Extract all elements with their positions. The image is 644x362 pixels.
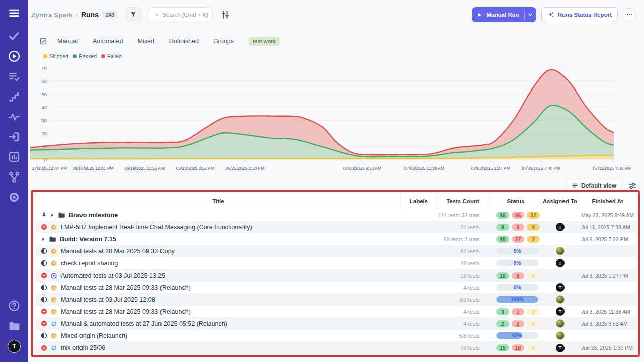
row-title[interactable]: mix origin 25/06 [61, 344, 105, 351]
runs-icon[interactable] [8, 50, 20, 62]
row-title[interactable]: Manual tests at 03 Jul 2025 12:08 [61, 296, 155, 303]
copy-check-icon[interactable] [39, 37, 47, 45]
legend-dot [43, 54, 47, 58]
failed-status-icon [41, 345, 47, 351]
legend-item-failed: Failed [101, 53, 122, 59]
progress-bar: 100% [496, 296, 538, 303]
assignee-avatar[interactable]: T [556, 283, 565, 292]
tests-count: 4 tests [437, 282, 490, 293]
assignee-avatar[interactable] [556, 295, 565, 304]
milestones-icon[interactable] [8, 90, 20, 103]
finished-at [578, 294, 637, 305]
legend-label: Skipped [49, 53, 68, 59]
column-header-tests-count[interactable]: Tests Count [437, 193, 490, 209]
filter-button[interactable] [126, 7, 141, 22]
row-title[interactable]: Manual tests at 28 Mar 2025 09:33 (Relau… [61, 284, 191, 291]
assignee-avatar[interactable]: T [556, 344, 565, 352]
imports-icon[interactable] [8, 131, 20, 143]
tab-groups[interactable]: Groups [213, 38, 234, 45]
run-row[interactable]: check report sharing29 tests0%T [36, 257, 637, 269]
runs-count-badge: 243 [102, 11, 118, 19]
labels-cell [401, 233, 437, 245]
adjustments-button[interactable] [220, 10, 230, 20]
menu-icon[interactable] [8, 7, 20, 19]
manual-run-button[interactable]: Manual Run [472, 7, 536, 22]
default-view-button[interactable]: Default view [566, 179, 622, 192]
run-row[interactable]: Manual tests at 28 Mar 2025 09:33 Copy61… [36, 245, 637, 257]
progress-percent: 100% [496, 296, 538, 303]
row-title[interactable]: check report sharing [61, 260, 118, 267]
row-title[interactable]: Mixed origin (Relaunch) [61, 332, 127, 339]
test-work-tag[interactable]: test work [249, 37, 280, 46]
column-header-finished-at[interactable]: Finished At [578, 193, 637, 209]
legend-item-passed: Passed [73, 53, 97, 59]
reports-icon[interactable] [8, 151, 20, 163]
run-row[interactable]: Manual tests at 03 Jul 2025 12:083/3 tes… [36, 294, 637, 306]
assignee-avatar[interactable]: T [556, 223, 565, 231]
run-row[interactable]: LMP-587 Implement Real-Time Chat Messagi… [36, 221, 637, 233]
labels-cell [401, 306, 437, 317]
assignee-avatar[interactable] [556, 331, 565, 340]
sparkles-icon [547, 11, 554, 18]
activity-icon[interactable] [8, 111, 20, 123]
manual-origin-icon [50, 296, 57, 303]
documents-icon[interactable] [8, 320, 20, 332]
settings-icon[interactable] [8, 191, 20, 203]
run-row[interactable]: Manual & automated tests at 27 Jun 2025 … [36, 318, 637, 330]
row-title[interactable]: Manual tests at 28 Mar 2025 09:33 Copy [61, 248, 175, 255]
tab-automated[interactable]: Automated [93, 38, 123, 45]
run-row[interactable]: Manual tests at 28 Mar 2025 09:33 (Relau… [36, 282, 637, 294]
user-avatar[interactable]: T [8, 340, 21, 353]
row-title[interactable]: Bravo milestone [69, 212, 118, 219]
checks-icon[interactable] [8, 30, 20, 42]
runs-status-report-button[interactable]: Runs Status Report [541, 7, 618, 22]
assignee-avatar[interactable]: T [556, 307, 565, 316]
table-settings-button[interactable] [628, 181, 637, 190]
assignee-avatar[interactable] [556, 319, 565, 328]
run-row[interactable]: Automated tests at 03 Jul 2025 13:2518 t… [36, 269, 637, 282]
assignee-avatar[interactable] [556, 247, 565, 255]
view-list-icon [572, 182, 578, 189]
y-axis-label: 30 [32, 118, 47, 123]
run-row[interactable]: Mixed origin (Relaunch)5/8 tests62% [36, 330, 637, 342]
progress-percent: 0% [496, 284, 538, 291]
test-cases-icon[interactable] [8, 70, 20, 82]
search-input[interactable]: Search [Cmd + K] [148, 7, 212, 22]
column-header-labels[interactable]: Labels [401, 193, 437, 209]
run-row[interactable]: mix origin 25/0633 tests15180TJun 25, 20… [36, 342, 637, 354]
legend-item-skipped: Skipped [43, 53, 68, 59]
mixed-origin-icon [50, 344, 57, 351]
help-icon[interactable] [8, 300, 20, 312]
row-title[interactable]: Manual tests at 28 Mar 2025 09:33 (Relau… [61, 308, 191, 315]
runs-table: TitleLabelsTests CountStatusAssigned ToF… [36, 193, 637, 355]
group-row[interactable]: Build: Version 7.1569 tests 3 runs40272J… [36, 233, 637, 245]
column-header-title[interactable]: Title [36, 193, 401, 209]
run-row[interactable]: Manual tests at 28 Mar 2025 09:33 (Relau… [36, 306, 637, 318]
tab-manual[interactable]: Manual [57, 38, 78, 45]
group-row[interactable]: Bravo milestone124 tests 32 runs464632Ma… [36, 209, 637, 221]
y-axis-label: 50 [32, 92, 47, 97]
tab-unfinished[interactable]: Unfinished [169, 38, 199, 45]
progress-bar: 62% [496, 332, 538, 339]
manual-run-dropdown[interactable] [525, 7, 536, 22]
failed-count-badge: 18 [512, 344, 525, 351]
caret-right-icon[interactable] [50, 213, 55, 218]
chart-legend: SkippedPassedFailed [43, 53, 126, 59]
integrations-icon[interactable] [8, 171, 20, 183]
row-title[interactable]: Automated tests at 03 Jul 2025 13:25 [61, 272, 165, 279]
tests-count: 21 tests [437, 221, 490, 233]
row-title[interactable]: Build: Version 7.15 [60, 236, 116, 243]
legend-dot [73, 54, 77, 58]
y-axis-label: 60 [32, 78, 47, 84]
breadcrumb-project[interactable]: Zyntra Spark [31, 11, 73, 19]
assignee-avatar[interactable]: T [556, 259, 565, 267]
mixed-origin-icon [50, 320, 57, 327]
column-header-assigned-to[interactable]: Assigned To [542, 193, 578, 209]
row-title[interactable]: Manual & automated tests at 27 Jun 2025 … [61, 320, 227, 327]
caret-right-icon[interactable] [41, 237, 46, 242]
passed-count-badge: 15 [496, 344, 509, 351]
column-header-status[interactable]: Status [490, 193, 542, 209]
more-actions-button[interactable] [623, 8, 636, 21]
tab-mixed[interactable]: Mixed [137, 38, 154, 45]
row-title[interactable]: LMP-587 Implement Real-Time Chat Messagi… [61, 224, 252, 231]
